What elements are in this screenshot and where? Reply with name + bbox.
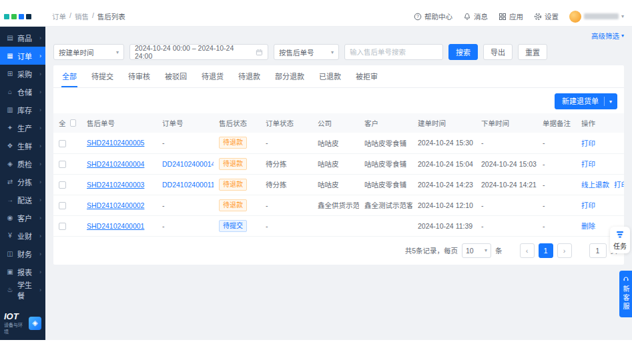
print-action[interactable]: 打印 xyxy=(614,181,624,189)
delete-action[interactable]: 删除 xyxy=(581,222,595,230)
row-checkbox[interactable] xyxy=(59,140,66,147)
row-checkbox[interactable] xyxy=(59,161,66,168)
sidebar-item-delivery[interactable]: →配送› xyxy=(0,191,45,209)
tab-pending-submit[interactable]: 待提交 xyxy=(91,65,114,87)
chevron-right-icon: › xyxy=(39,71,41,77)
sidebar-item-qc[interactable]: ◈质检› xyxy=(0,155,45,173)
tab-pending-review[interactable]: 待审核 xyxy=(127,65,151,87)
tab-pending-refund[interactable]: 待退款 xyxy=(238,65,261,87)
search-button[interactable]: 搜索 xyxy=(448,44,478,60)
user-menu[interactable]: ▾ xyxy=(569,11,624,23)
number-field-select[interactable]: 按售后单号 ▾ xyxy=(274,44,339,60)
message-button[interactable]: 消息 xyxy=(463,11,488,21)
order-no-link[interactable]: DD24102400014 xyxy=(162,160,214,168)
chevron-right-icon: › xyxy=(39,35,41,41)
inventory-icon: ▥ xyxy=(6,106,14,113)
settings-label: 设置 xyxy=(545,11,559,21)
biz-finance-icon: ¥ xyxy=(6,232,14,239)
col-created: 建单时间 xyxy=(412,113,476,133)
list-card: 全部 待提交 待审核 被驳回 待退货 待退款 部分退款 已退款 被拒审 新建退货… xyxy=(53,65,624,265)
sidebar-item-customers[interactable]: ◉客户› xyxy=(0,209,45,227)
print-action[interactable]: 打印 xyxy=(581,160,595,168)
online-refund-action[interactable]: 线上退款 xyxy=(581,181,609,189)
aftersale-no-link[interactable]: SHD24102400005 xyxy=(87,139,144,147)
prev-page-button[interactable]: ‹ xyxy=(520,243,535,258)
aftersale-no-link[interactable]: SHD24102400003 xyxy=(87,181,144,189)
aftersale-status-badge: 待退款 xyxy=(219,137,247,149)
sidebar-item-label: 配送 xyxy=(17,195,32,205)
company: 咕咕皮 xyxy=(318,139,339,147)
iot-footer[interactable]: IOT 设备与环境 ◈ xyxy=(0,308,45,340)
ordered-time: - xyxy=(481,139,484,147)
sidebar-item-biz-finance[interactable]: ¥业财› xyxy=(0,227,45,245)
page-jump-input[interactable]: 1 xyxy=(589,243,607,258)
chevron-right-icon: › xyxy=(39,143,41,149)
export-button[interactable]: 导出 xyxy=(483,44,513,60)
sidebar-item-label: 财务 xyxy=(17,249,32,259)
row-checkbox[interactable] xyxy=(59,223,66,230)
select-all-checkbox[interactable] xyxy=(70,119,77,127)
help-center-button[interactable]: ? 帮助中心 xyxy=(414,11,452,21)
next-page-button[interactable]: › xyxy=(557,243,572,258)
tab-pending-return[interactable]: 待退货 xyxy=(201,65,224,87)
sidebar-item-finance[interactable]: ◫财务› xyxy=(0,245,45,263)
logo-square-3 xyxy=(19,14,24,19)
task-layers-icon xyxy=(615,230,625,239)
sidebar-item-sorting[interactable]: ⇄分拣› xyxy=(0,173,45,191)
remark: - xyxy=(543,222,545,230)
table-header-row: 全 售后单号 订单号 售后状态 订单状态 公司 客户 建单时间 下单时间 单据备… xyxy=(53,113,624,133)
student-meal-icon: ♨ xyxy=(6,286,14,293)
sidebar-item-reports[interactable]: ▣报表› xyxy=(0,263,45,281)
breadcrumb-item[interactable]: 订单 xyxy=(52,11,66,21)
tab-refunded[interactable]: 已退款 xyxy=(318,65,342,87)
breadcrumb-item[interactable]: 销售 xyxy=(75,11,89,21)
date-range-input[interactable]: 2024-10-24 00:00 – 2024-10-24 24:00 xyxy=(129,44,268,60)
print-action[interactable]: 打印 xyxy=(581,201,595,209)
sidebar-item-inventory[interactable]: ▥库存› xyxy=(0,101,45,119)
sidebar-item-warehouse[interactable]: ⌂仓储› xyxy=(0,83,45,101)
page-size-value: 10 xyxy=(466,247,474,255)
tab-partial-refund[interactable]: 部分退款 xyxy=(274,65,305,87)
table-row: SHD24102400003 DD24102400011 待退款 待分拣 咕咕皮… xyxy=(53,174,624,195)
sidebar-item-label: 生产 xyxy=(17,123,32,133)
created-time: 2024-10-24 15:04 xyxy=(418,160,473,168)
time-field-select[interactable]: 按建单时间 ▾ xyxy=(53,44,124,60)
settings-button[interactable]: 设置 xyxy=(534,11,559,21)
headset-icon xyxy=(623,275,629,282)
new-return-order-button[interactable]: 新建退货单 ▾ xyxy=(555,93,617,109)
customer: 咕咕皮零食铺 xyxy=(364,160,406,168)
customer-service-button[interactable]: 新客服 xyxy=(619,271,632,317)
sidebar-item-purchase[interactable]: ⊞采购› xyxy=(0,65,45,83)
search-input[interactable] xyxy=(344,44,443,60)
sidebar-item-production[interactable]: ✦生产› xyxy=(0,119,45,137)
aftersale-no-link[interactable]: SHD24102400004 xyxy=(87,160,144,168)
sidebar-item-orders[interactable]: ▦订单› xyxy=(0,47,45,65)
order-no-link[interactable]: DD24102400011 xyxy=(162,181,214,189)
remark: - xyxy=(543,181,545,189)
apps-button[interactable]: 应用 xyxy=(499,11,523,21)
ordered-time: - xyxy=(481,201,484,209)
sidebar-item-goods[interactable]: ▤商品› xyxy=(0,29,45,47)
warehouse-icon: ⌂ xyxy=(6,88,14,95)
tab-review-denied[interactable]: 被拒审 xyxy=(355,65,378,87)
task-label: 任务 xyxy=(613,241,627,251)
tab-rejected[interactable]: 被驳回 xyxy=(164,65,188,87)
aftersale-no-link[interactable]: SHD24102400001 xyxy=(87,222,144,230)
row-checkbox[interactable] xyxy=(59,181,66,189)
page-size-select[interactable]: 10 ▾ xyxy=(462,243,491,258)
row-checkbox[interactable] xyxy=(59,202,66,209)
print-action[interactable]: 打印 xyxy=(581,139,595,147)
table-row: SHD24102400002 - 待退款 - 鑫全供货示范户1 鑫全测试示范客户… xyxy=(53,195,624,215)
chevron-down-icon: ▾ xyxy=(621,13,624,19)
sidebar-item-fresh[interactable]: ❖生鲜› xyxy=(0,137,45,155)
chevron-down-icon: ▾ xyxy=(116,49,119,55)
page-button-1[interactable]: 1 xyxy=(539,243,553,258)
company: 鑫全供货示范户1 xyxy=(318,201,359,209)
advanced-filter-button[interactable]: 高级筛选 ▾ xyxy=(591,31,624,41)
task-widget-button[interactable]: 任务 xyxy=(610,227,630,253)
sidebar-item-student-meal[interactable]: ♨学生餐› xyxy=(0,281,45,299)
reset-button[interactable]: 重置 xyxy=(518,44,547,60)
tab-all[interactable]: 全部 xyxy=(61,65,77,87)
qc-icon: ◈ xyxy=(6,160,14,167)
aftersale-no-link[interactable]: SHD24102400002 xyxy=(87,201,144,209)
